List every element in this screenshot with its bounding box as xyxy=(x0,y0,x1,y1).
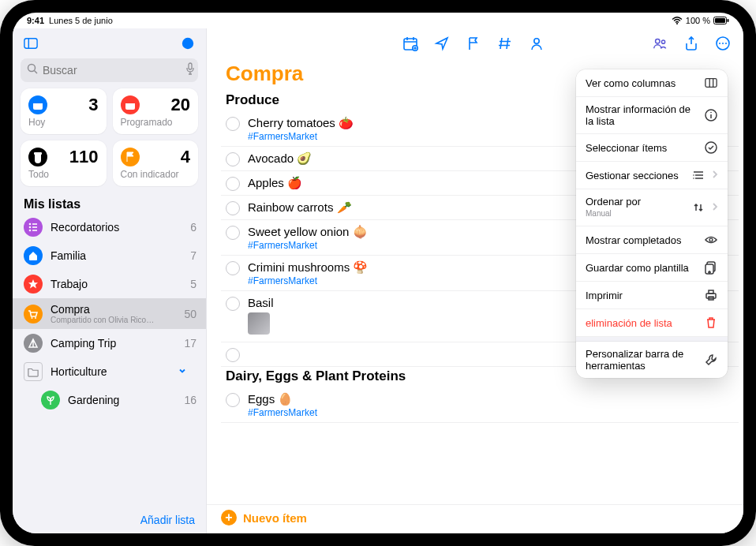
svg-rect-4 xyxy=(24,39,37,49)
menu-item-template[interactable]: Guardar como plantilla xyxy=(576,254,728,282)
menu-item-sort[interactable]: Ordenar porManual xyxy=(576,189,728,226)
menu-item-label: Personalizar barra de herramientas xyxy=(586,348,698,372)
list-row-trabajo[interactable]: Trabajo 5 xyxy=(13,270,206,298)
share-icon[interactable] xyxy=(682,34,701,53)
complete-checkbox[interactable] xyxy=(226,177,240,191)
list-row-horticulture[interactable]: Horticulture xyxy=(13,357,206,386)
menu-item-trash[interactable]: eliminación de lista xyxy=(576,309,728,337)
smart-label: Todo xyxy=(28,169,99,180)
list-icon xyxy=(24,218,43,237)
menu-item-printer[interactable]: Imprimir xyxy=(576,282,728,309)
svg-line-35 xyxy=(507,38,508,49)
new-item-button[interactable]: + Nuevo ítem xyxy=(207,504,743,533)
trash-icon xyxy=(704,316,718,330)
reminder-tag[interactable]: #FarmersMarket xyxy=(248,407,734,418)
collaborate-icon[interactable] xyxy=(650,34,669,53)
svg-point-9 xyxy=(190,43,192,44)
reminder-thumbnail[interactable] xyxy=(248,312,270,335)
smart-card-todo[interactable]: 110 Todo xyxy=(21,140,107,186)
smart-card-con-indicador[interactable]: 4 Con indicador xyxy=(113,140,199,186)
svg-rect-45 xyxy=(705,79,717,88)
list-name: Camping Trip xyxy=(51,337,176,350)
toggle-sidebar-button[interactable] xyxy=(21,33,41,54)
smart-card-programado[interactable]: 20 Programado xyxy=(113,88,199,134)
list-icon xyxy=(24,275,43,294)
svg-rect-12 xyxy=(189,63,192,69)
smart-count: 20 xyxy=(171,95,190,115)
add-list-button[interactable]: Añadir lista xyxy=(140,514,195,526)
list-count: 17 xyxy=(184,337,196,350)
complete-checkbox[interactable] xyxy=(226,261,240,275)
menu-item-label: Imprimir xyxy=(586,290,698,301)
list-count: 5 xyxy=(190,278,196,290)
menu-item-label: Gestionar secciones xyxy=(586,170,685,181)
svg-rect-3 xyxy=(728,19,729,22)
reminder-item[interactable]: Eggs 🥚 #FarmersMarket xyxy=(221,387,739,423)
wifi-icon xyxy=(672,17,683,24)
smart-card-hoy[interactable]: 3 Hoy xyxy=(21,88,107,134)
list-name: Trabajo xyxy=(51,278,182,290)
search-input[interactable] xyxy=(43,64,181,77)
svg-point-38 xyxy=(534,39,539,43)
list-row-familia[interactable]: Familia 7 xyxy=(13,241,206,270)
menu-item-wrench[interactable]: Personalizar barra de herramientas xyxy=(576,342,728,378)
section-title: Dairy, Eggs & Plant Proteins xyxy=(226,368,406,384)
more-menu-button[interactable] xyxy=(713,34,732,53)
smart-label: Con indicador xyxy=(121,169,191,180)
complete-checkbox[interactable] xyxy=(226,201,240,215)
list-row-compra[interactable]: Compra Compartido con Olivia Rico… 50 xyxy=(13,298,206,329)
svg-point-56 xyxy=(693,178,694,179)
smart-count: 3 xyxy=(88,95,98,115)
menu-item-label: Mostrar completados xyxy=(586,234,698,246)
menu-item-select[interactable]: Seleccionar ítems xyxy=(576,134,728,162)
svg-point-7 xyxy=(184,43,185,44)
list-icon xyxy=(24,334,43,353)
calendar-add-icon[interactable] xyxy=(401,34,420,53)
list-name: Familia xyxy=(51,249,182,262)
list-row-gardening[interactable]: Gardening 16 xyxy=(13,386,206,414)
list-count: 6 xyxy=(190,221,196,234)
menu-item-columns[interactable]: Ver como columnas xyxy=(576,69,728,97)
svg-rect-14 xyxy=(33,101,43,103)
svg-point-40 xyxy=(661,40,664,43)
svg-point-19 xyxy=(29,226,32,229)
list-name: Horticulture xyxy=(51,365,170,378)
list-name: Compra xyxy=(51,303,176,316)
flag-icon[interactable] xyxy=(464,34,483,53)
menu-item-label: Seleccionar ítems xyxy=(586,142,698,154)
sections-icon xyxy=(691,168,705,182)
status-bar: 9:41 Lunes 5 de junio 100 % xyxy=(13,13,743,28)
status-time: 9:41 xyxy=(27,16,44,25)
complete-checkbox[interactable] xyxy=(226,297,240,311)
complete-checkbox[interactable] xyxy=(226,152,240,166)
location-icon[interactable] xyxy=(432,34,451,53)
hashtag-icon[interactable] xyxy=(496,34,515,53)
list-count: 7 xyxy=(190,249,196,262)
complete-checkbox[interactable] xyxy=(226,348,240,362)
person-icon[interactable] xyxy=(527,34,546,53)
smart-count: 110 xyxy=(69,147,99,167)
sidebar-more-button[interactable] xyxy=(178,33,198,54)
complete-checkbox[interactable] xyxy=(226,117,240,131)
list-row-camping-trip[interactable]: Camping Trip 17 xyxy=(13,329,206,357)
search-field[interactable] xyxy=(21,58,198,82)
svg-rect-63 xyxy=(709,290,713,294)
svg-point-42 xyxy=(719,43,720,44)
menu-item-sections[interactable]: Gestionar secciones xyxy=(576,162,728,189)
svg-point-57 xyxy=(709,238,713,241)
menu-item-eye[interactable]: Mostrar completados xyxy=(576,226,728,254)
complete-checkbox[interactable] xyxy=(226,226,240,240)
list-row-recordatorios[interactable]: Recordatorios 6 xyxy=(13,213,206,241)
list-name: Recordatorios xyxy=(51,221,182,234)
chevron-down-icon[interactable] xyxy=(178,365,189,379)
sort-icon xyxy=(691,200,705,215)
menu-item-label: eliminación de lista xyxy=(586,317,698,329)
new-item-label: Nuevo ítem xyxy=(243,511,307,525)
svg-point-44 xyxy=(725,43,727,44)
search-icon xyxy=(27,63,38,77)
complete-checkbox[interactable] xyxy=(226,393,240,407)
svg-rect-17 xyxy=(34,152,42,155)
dictate-icon[interactable] xyxy=(185,62,195,78)
list-icon xyxy=(24,362,43,381)
menu-item-info[interactable]: Mostrar información de la lista xyxy=(576,97,728,134)
